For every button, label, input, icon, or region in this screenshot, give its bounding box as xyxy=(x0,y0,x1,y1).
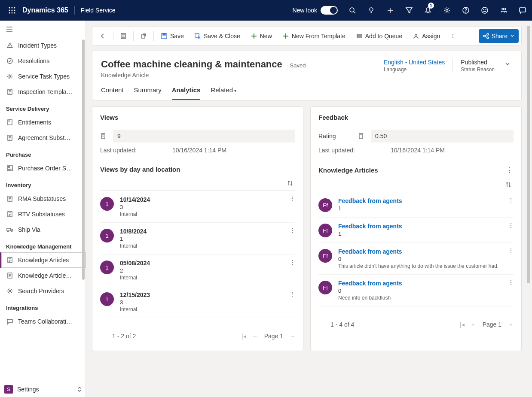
search-icon[interactable] xyxy=(343,0,362,21)
app-launcher-icon[interactable] xyxy=(3,2,21,19)
brand-name[interactable]: Dynamics 365 xyxy=(22,6,68,14)
sidebar-item[interactable]: Teams Collaborati… xyxy=(0,314,86,329)
list-item[interactable]: 1 10/14/2024 3 Internal ⋮ xyxy=(100,191,295,223)
more-icon[interactable]: ⋮ xyxy=(507,278,515,287)
more-icon[interactable]: ⋮ xyxy=(505,166,514,174)
smiley-icon[interactable] xyxy=(475,0,494,21)
tab-summary[interactable]: Summary xyxy=(134,86,162,100)
chat-icon[interactable] xyxy=(513,0,532,21)
help-icon[interactable] xyxy=(456,0,475,21)
scrollbar-thumb[interactable] xyxy=(82,39,85,280)
feedback-title: Feedback xyxy=(318,114,514,121)
svg-rect-25 xyxy=(520,8,526,12)
pager-prev-icon[interactable]: ← xyxy=(252,333,258,339)
sidebar-item[interactable]: RMA Substatuses xyxy=(0,191,86,206)
feedback-pager-page: Page 1 xyxy=(483,321,501,328)
views-count-field[interactable]: 9 xyxy=(113,130,295,142)
list-item[interactable]: 1 10/8/2024 1 Internal ⋮ xyxy=(100,223,295,255)
check-icon xyxy=(6,57,14,65)
new-look-toggle[interactable]: New look xyxy=(292,6,338,15)
svg-point-9 xyxy=(350,8,354,12)
list-item[interactable]: Ff Feedback from agents 0 This article d… xyxy=(318,243,514,275)
sidebar-item[interactable]: Search Providers xyxy=(0,283,86,299)
tab-analytics[interactable]: Analytics xyxy=(172,86,201,100)
sidebar-item[interactable]: RTV Substatuses xyxy=(0,206,86,222)
more-icon[interactable]: ⋮ xyxy=(288,290,297,298)
bell-icon[interactable]: 1 xyxy=(419,0,437,21)
doc-icon xyxy=(6,195,14,203)
share-button[interactable]: Share xyxy=(479,29,519,43)
sidebar-item[interactable]: Knowledge Articles xyxy=(0,252,86,268)
svg-point-82 xyxy=(415,34,417,36)
main-scrollbar-thumb[interactable] xyxy=(527,26,530,283)
more-icon[interactable]: ⋮ xyxy=(288,258,297,267)
save-button[interactable]: Save xyxy=(156,29,188,43)
more-icon[interactable]: ⋮ xyxy=(288,226,297,235)
list-item[interactable]: Ff Feedback from agents 1 ⋮ xyxy=(318,218,514,243)
sidebar-item[interactable]: Service Task Types xyxy=(0,69,86,84)
more-icon[interactable]: ⋮ xyxy=(507,196,515,204)
language-value[interactable]: English - United States xyxy=(384,59,445,66)
lightbulb-icon[interactable] xyxy=(362,0,381,21)
views-field-icon xyxy=(100,133,108,139)
sort-icon[interactable] xyxy=(285,178,295,188)
avatar: 1 xyxy=(100,261,114,274)
sidebar-item[interactable]: Knowledge Article… xyxy=(0,268,86,283)
sort-icon[interactable] xyxy=(503,179,514,190)
rating-field[interactable]: 0.50 xyxy=(371,130,514,142)
svg-point-11 xyxy=(370,8,373,11)
sidebar-item[interactable]: Entitlements xyxy=(0,115,86,130)
sidebar-item[interactable]: Resolutions xyxy=(0,53,86,69)
add-icon[interactable] xyxy=(381,0,400,21)
separator xyxy=(153,31,154,41)
avatar: 1 xyxy=(100,292,114,306)
sidebar-item[interactable]: Ship Via xyxy=(0,222,86,237)
warn-icon xyxy=(6,42,14,49)
more-icon[interactable]: ⋮ xyxy=(507,221,515,230)
collapse-nav-icon[interactable] xyxy=(0,21,86,38)
expand-header-icon[interactable] xyxy=(502,59,513,69)
form-selector[interactable] xyxy=(116,29,131,43)
pager-first-icon[interactable]: |◂ xyxy=(242,333,246,339)
item-title[interactable]: Feedback from agents xyxy=(338,248,498,255)
sidebar-item-label: Teams Collaborati… xyxy=(18,318,72,325)
teams-icon[interactable] xyxy=(494,0,513,21)
list-item[interactable]: 1 05/08/2024 2 Internal ⋮ xyxy=(100,255,295,286)
item-title[interactable]: Feedback from agents xyxy=(338,223,402,230)
overflow-button[interactable] xyxy=(446,29,460,43)
settings-icon[interactable] xyxy=(437,0,456,21)
pager-prev-icon[interactable]: ← xyxy=(471,321,477,328)
more-icon[interactable]: ⋮ xyxy=(507,246,515,255)
save-close-button[interactable]: Save & Close xyxy=(190,29,245,43)
area-switcher[interactable]: S Settings xyxy=(0,381,86,397)
more-icon[interactable]: ⋮ xyxy=(288,194,297,203)
pager-first-icon[interactable]: |◂ xyxy=(460,321,465,328)
sidebar-item[interactable]: Incident Types xyxy=(0,38,86,53)
svg-point-8 xyxy=(14,12,15,14)
views-title: Views xyxy=(100,114,295,121)
tab-content[interactable]: Content xyxy=(101,86,124,100)
new-button[interactable]: New xyxy=(246,29,276,43)
sidebar-item[interactable]: Purchase Order S… xyxy=(0,161,86,176)
sidebar-item[interactable]: Inspection Templa… xyxy=(0,84,86,100)
item-title[interactable]: Feedback from agents xyxy=(338,197,402,204)
popout-button[interactable] xyxy=(136,29,151,43)
new-template-button[interactable]: New From Template xyxy=(278,29,350,43)
pager-next-icon[interactable]: → xyxy=(289,333,295,339)
pager-next-icon[interactable]: → xyxy=(508,321,514,328)
item-title[interactable]: Feedback from agents xyxy=(338,280,402,287)
app-name[interactable]: Field Service xyxy=(81,7,116,14)
status-label: Status Reason xyxy=(461,67,495,73)
sidebar-item[interactable]: Agreement Subst… xyxy=(0,130,86,145)
rating-field-icon xyxy=(358,133,366,139)
filter-icon[interactable] xyxy=(400,0,419,21)
list-item[interactable]: 1 12/15/2023 3 Internal ⋮ xyxy=(100,286,295,318)
list-item[interactable]: Ff Feedback from agents 1 ⋮ xyxy=(318,192,514,218)
tab-related[interactable]: Related xyxy=(211,86,236,100)
toggle-icon[interactable] xyxy=(321,6,338,15)
add-to-queue-button[interactable]: Add to Queue xyxy=(352,29,407,43)
back-button[interactable] xyxy=(95,29,110,43)
avatar: Ff xyxy=(318,249,332,263)
list-item[interactable]: Ff Feedback from agents 0 Need info on b… xyxy=(318,275,514,306)
assign-button[interactable]: Assign xyxy=(408,29,444,43)
